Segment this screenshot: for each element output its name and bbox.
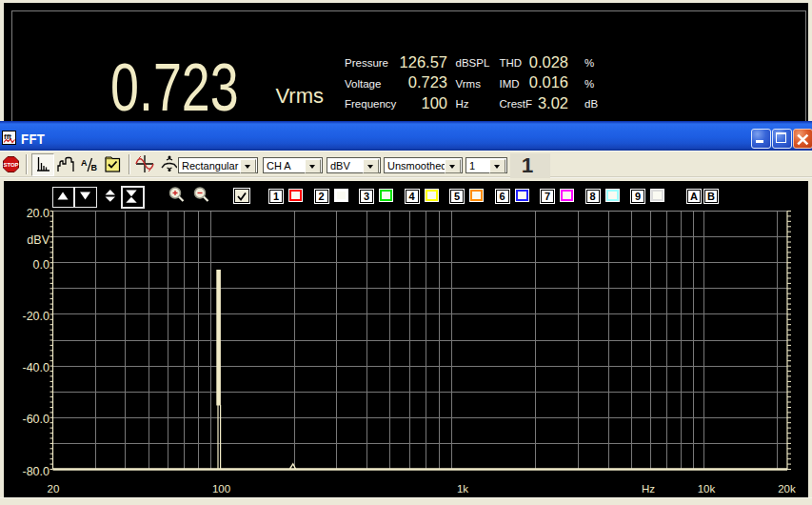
svg-text:dBV: dBV xyxy=(27,233,50,247)
svg-text:STOP: STOP xyxy=(3,162,18,168)
svg-text:20k: 20k xyxy=(778,483,796,495)
svg-text:A: A xyxy=(81,158,88,168)
svg-text:B: B xyxy=(91,163,98,172)
svg-text:-60.0: -60.0 xyxy=(23,413,50,426)
svg-text:-20.0: -20.0 xyxy=(23,310,50,323)
svg-text:-80.0: -80.0 xyxy=(23,465,50,478)
svg-text:Hz: Hz xyxy=(642,483,655,495)
svg-text:100: 100 xyxy=(212,483,230,495)
svg-text:0.0: 0.0 xyxy=(33,258,50,272)
svg-text:-40.0: -40.0 xyxy=(23,361,50,374)
svg-text:20: 20 xyxy=(48,483,60,495)
svg-text:1k: 1k xyxy=(457,483,468,495)
svg-text:10k: 10k xyxy=(698,483,716,495)
